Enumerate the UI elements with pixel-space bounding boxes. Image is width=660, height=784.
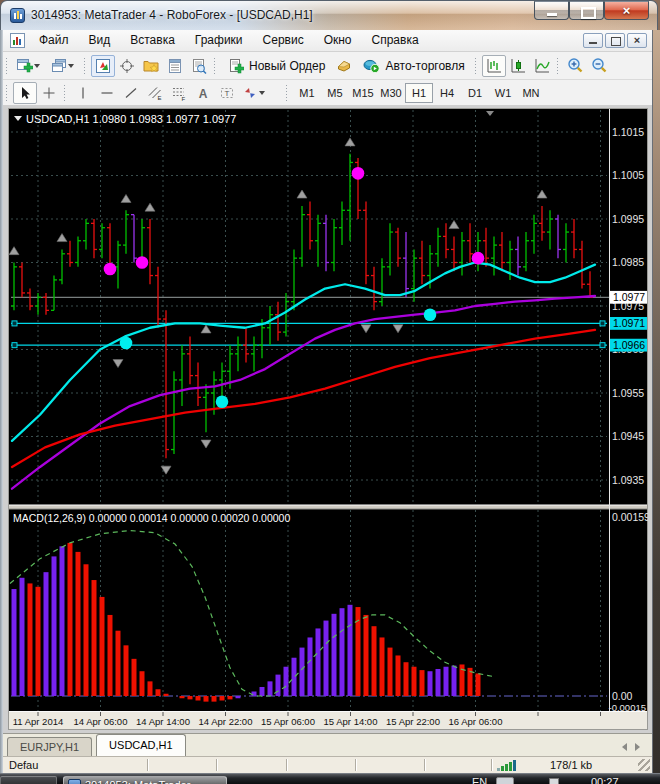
menu-tools[interactable]: Сервис [253,30,314,51]
menu-file[interactable]: Файл [29,30,79,51]
profiles-icon [51,58,67,74]
zoom-in-button[interactable] [564,55,588,77]
crosshair-target-icon [119,58,135,74]
channel-icon: E [147,85,163,101]
taskbar-metatrader-button[interactable]: 3014953: MetaTrader... [63,776,227,784]
horizontal-line-tool[interactable] [95,82,119,104]
menu-help[interactable]: Справка [362,30,429,51]
toolbar-grip[interactable] [285,84,289,102]
toolbar-grip[interactable] [556,57,560,75]
tf-h1[interactable]: H1 [405,83,433,103]
trendline-tool[interactable] [119,82,143,104]
time-axis-label: 15 Apr 06:00 [261,716,315,727]
mdi-minimize-button[interactable] [583,33,603,48]
close-button[interactable]: × [604,1,649,20]
autotrading-button[interactable]: Авто-торговля [356,55,471,77]
price-axis-label: 1.1005 [612,169,644,181]
new-order-button[interactable]: Новый Ордер [221,55,332,77]
window-border-right [652,30,660,773]
favorites-button[interactable] [139,55,163,77]
chart-window-icon[interactable] [10,33,25,48]
toolbar-grip[interactable] [63,84,67,102]
arrows-tool[interactable] [239,82,271,104]
menu-window[interactable]: Окно [314,30,362,51]
profiles-button[interactable] [47,55,81,77]
status-separator [286,759,287,771]
toolbar-grip[interactable] [5,57,9,75]
candle-chart-mode-button[interactable] [506,55,530,77]
status-separator [147,759,148,771]
price-chart[interactable]: 11 Apr 201414 Apr 06:0014 Apr 14:0014 Ap… [8,108,648,730]
tray-icon[interactable] [549,778,559,784]
price-axis-label: 1.1015 [612,126,644,138]
tab-scroll-left-icon[interactable] [622,743,627,751]
fibonacci-tool[interactable]: F [167,82,191,104]
metatrader-taskbar-icon [68,779,81,784]
crosshair-mode-button[interactable] [115,55,139,77]
text-label-tool[interactable]: T [215,82,239,104]
taskbar-item-fragment[interactable] [0,776,57,784]
cursor-icon [17,85,33,101]
mdi-restore-button[interactable] [605,33,625,48]
tf-m5[interactable]: M5 [321,83,349,103]
folder-star-icon [143,58,159,74]
svg-text:T: T [225,88,230,97]
new-chart-button[interactable] [13,55,47,77]
menu-view[interactable]: Вид [79,30,121,51]
toolbar-grip[interactable] [5,84,9,102]
status-separator [424,759,425,771]
keyboard-tray-icon[interactable] [496,777,514,784]
tick-chart-button[interactable] [91,55,115,77]
line-chart-mode-button[interactable] [530,55,554,77]
tick-chart-icon [95,58,111,74]
market-watch-button[interactable] [163,55,187,77]
bar-chart-icon [486,58,502,74]
resize-grip[interactable] [638,759,650,771]
price-axis-label: 1.0985 [612,256,644,268]
minimize-button[interactable] [534,1,569,20]
svg-text:F: F [182,95,186,101]
tf-h4[interactable]: H4 [433,83,461,103]
traffic-counter: 178/1 kb [550,759,592,771]
menu-insert[interactable]: Вставка [120,30,185,51]
tab-usdcad-h1[interactable]: USDCAD,H1 [96,734,186,756]
zoom-in-icon [567,57,584,74]
symbol-readout: USDCAD,H1 1.0980 1.0983 1.0977 1.0977 [26,113,236,125]
bar-chart-mode-button[interactable] [482,55,506,77]
text-a-icon: A [195,85,211,101]
maximize-button[interactable] [569,1,604,20]
toolbar-grip[interactable] [213,57,217,75]
window-titlebar[interactable]: 3014953: MetaTrader 4 - RoboForex - [USD… [0,0,658,30]
text-tool[interactable]: A [191,82,215,104]
menu-charts[interactable]: Графики [185,30,253,51]
tf-m1[interactable]: M1 [293,83,321,103]
language-indicator[interactable]: EN [472,776,487,784]
tab-scroll-right-icon[interactable] [635,743,640,751]
tf-w1[interactable]: W1 [489,83,517,103]
tf-mn[interactable]: MN [517,83,545,103]
connection-status-icon [497,760,519,771]
crosshair-tool-button[interactable] [37,82,61,104]
tf-d1[interactable]: D1 [461,83,489,103]
menu-bar: Файл Вид Вставка Графики Сервис Окно Спр… [3,30,652,52]
zoom-out-button[interactable] [588,55,612,77]
drawing-toolbar: E F A T M1 M5 M15 M30 H1 H4 D1 W1 MN [3,80,652,106]
status-bar: Defau 178/1 kb [3,756,652,773]
toolbar-grip[interactable] [474,57,478,75]
price-axis-label: 1.0945 [612,430,644,442]
toolbar-grip[interactable] [83,57,87,75]
vline-icon [75,85,91,101]
time-axis-label: 14 Apr 14:00 [136,716,190,727]
status-separator [355,759,356,771]
dropdown-caret [259,91,265,95]
tab-eurjpy-h1[interactable]: EURJPY,H1 [7,737,92,756]
data-window-button[interactable] [187,55,211,77]
channel-tool[interactable]: E [143,82,167,104]
tf-m30[interactable]: M30 [377,83,405,103]
expert-advisors-button[interactable] [332,55,356,77]
vertical-line-tool[interactable] [71,82,95,104]
cursor-tool-button[interactable] [13,82,37,104]
mdi-close-button[interactable]: × [627,33,647,48]
status-separator [491,759,492,771]
tf-m15[interactable]: M15 [349,83,377,103]
